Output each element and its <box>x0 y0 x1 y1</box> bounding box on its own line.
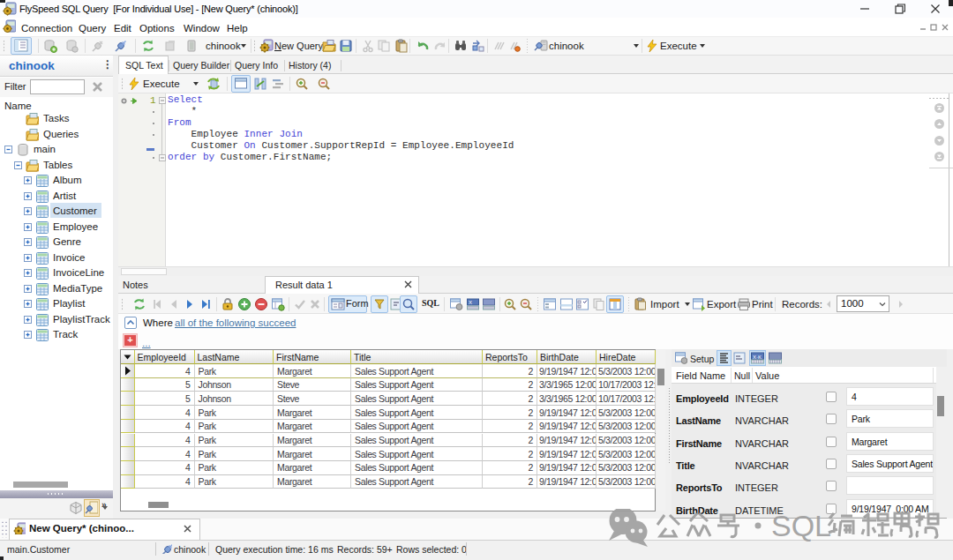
svg-text:X: X <box>469 300 472 305</box>
svg-text:SQL: SQL <box>771 509 831 542</box>
svg-text:X·K: X·K <box>753 355 762 360</box>
